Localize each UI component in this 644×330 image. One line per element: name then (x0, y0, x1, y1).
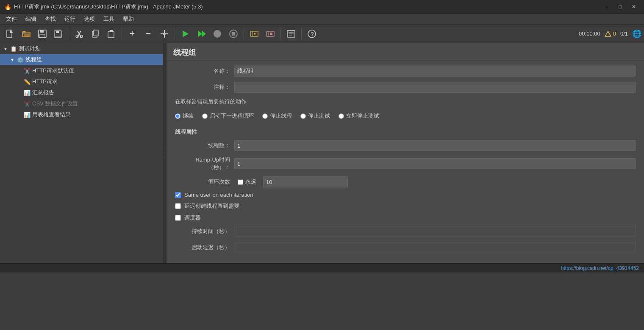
thread-group-icon: ⚙️ (17, 57, 24, 63)
save-button[interactable] (35, 26, 50, 41)
save-all-button[interactable] (51, 26, 66, 41)
startup-delay-label: 启动延迟（秒） (175, 244, 234, 251)
new-button[interactable] (3, 26, 18, 41)
status-bar: https://blog.csdn.net/qq_43914452 (0, 263, 644, 272)
add-button[interactable]: + (125, 26, 140, 41)
comment-input[interactable] (234, 82, 636, 93)
sidebar-item-http-request[interactable]: ✏️ HTTP请求 (0, 76, 163, 87)
sidebar-item-table-results[interactable]: 📊 用表格查看结果 (0, 109, 163, 120)
menu-help[interactable]: 帮助 (119, 14, 138, 24)
toolbar-sep-3 (175, 28, 175, 40)
start-no-pause-button[interactable] (194, 26, 209, 41)
svg-marker-29 (254, 33, 256, 35)
remote-start-button[interactable] (247, 26, 262, 41)
menu-tools[interactable]: 工具 (99, 14, 119, 24)
scheduler-checkbox[interactable] (175, 215, 181, 221)
name-label: 名称： (175, 67, 234, 75)
loop-forever-checkbox[interactable] (238, 179, 243, 185)
title-bar-left: 🔥 HTTP请求.jmx (C:\Users\anus\Desktop\HTTP… (4, 3, 203, 11)
sidebar-item-http-defaults[interactable]: ✂️ HTTP请求默认值 (0, 65, 163, 76)
svg-rect-5 (40, 30, 44, 33)
menu-edit[interactable]: 编辑 (21, 14, 41, 24)
remove-button[interactable]: − (141, 26, 156, 41)
name-input[interactable] (234, 66, 636, 77)
toolbar-right: 00:00:00 ! 0 0/1 🌐 (579, 29, 641, 38)
duration-input[interactable] (234, 226, 636, 237)
comment-label: 注释： (175, 83, 234, 91)
shutdown-button[interactable] (226, 26, 241, 41)
loop-forever-label[interactable]: 永远 (238, 178, 256, 186)
sidebar-item-summary-report[interactable]: 📊 汇总报告 (0, 87, 163, 98)
svg-marker-1 (10, 30, 13, 33)
svg-rect-6 (40, 34, 45, 38)
menu-options[interactable]: 选项 (80, 14, 99, 24)
radio-stop-thread[interactable]: 停止线程 (262, 112, 292, 120)
stop-button[interactable] (210, 26, 225, 41)
svg-text:!: ! (608, 33, 609, 37)
run-fraction: 0/1 (620, 30, 628, 37)
rampup-row: Ramp-Up时间（秒）： (175, 156, 636, 171)
startup-delay-row: 启动延迟（秒） (175, 242, 636, 253)
warning-badge: ! 0 (605, 30, 616, 37)
start-button[interactable] (178, 26, 193, 41)
same-user-checkbox[interactable] (175, 192, 181, 198)
sidebar-item-csv-config[interactable]: ✂️ CSV 数据文件设置 (0, 98, 163, 109)
cut-button[interactable] (72, 26, 87, 41)
svg-rect-26 (232, 32, 235, 36)
content-area: 线程组 名称： 注释： 在取样器错误后要执行的动作 继续 (167, 43, 644, 263)
sidebar-label-thread-group: 线程组 (25, 56, 42, 63)
globe-icon: 🌐 (632, 29, 641, 38)
name-row: 名称： (175, 66, 636, 77)
menu-search[interactable]: 查找 (41, 14, 60, 24)
loop-count-input[interactable] (263, 176, 348, 187)
sidebar-label-table-results: 用表格查看结果 (32, 111, 71, 118)
menu-run[interactable]: 运行 (60, 14, 80, 24)
startup-delay-input[interactable] (234, 242, 636, 253)
copy-button[interactable] (88, 26, 103, 41)
duration-row: 持续时间（秒） (175, 226, 636, 237)
csv-config-icon: ✂️ (24, 101, 31, 107)
menu-file[interactable]: 文件 (2, 14, 21, 24)
delay-create-row: 延迟创建线程直到需要 (175, 202, 636, 210)
thread-count-row: 线程数： (175, 140, 636, 151)
comment-row: 注释： (175, 82, 636, 93)
sidebar-item-thread-group[interactable]: ▼ ⚙️ 线程组 (0, 54, 163, 65)
radio-start-next[interactable]: 启动下一进程循环 (202, 112, 254, 120)
loop-row: 循环次数 永远 (175, 176, 636, 187)
sidebar-item-test-plan[interactable]: ▼ 📋 测试计划 (0, 43, 163, 54)
window-title: HTTP请求.jmx (C:\Users\anus\Desktop\HTTP请求… (14, 3, 203, 11)
table-results-icon: 📊 (24, 112, 31, 118)
paste-button[interactable] (104, 26, 119, 41)
sidebar-label-test-plan: 测试计划 (19, 45, 41, 52)
loop-forever-text: 永远 (245, 178, 256, 186)
maximize-button[interactable]: □ (614, 3, 626, 11)
scheduler-row: 调度器 (175, 214, 636, 222)
log-viewer-button[interactable] (283, 26, 299, 41)
radio-stop-test-now[interactable]: 立即停止测试 (339, 112, 379, 120)
menu-bar: 文件 编辑 查找 运行 选项 工具 帮助 (0, 14, 644, 25)
open-button[interactable] (19, 26, 34, 41)
svg-rect-16 (108, 31, 114, 38)
radio-continue[interactable]: 继续 (175, 112, 194, 120)
rampup-input[interactable] (234, 158, 636, 169)
content-panel-title: 线程组 (167, 43, 644, 60)
help-button[interactable]: ? (304, 26, 319, 41)
radio-stop-test[interactable]: 停止测试 (300, 112, 330, 120)
remote-stop-button[interactable] (263, 26, 278, 41)
sidebar-resize-handle[interactable]: · · · (163, 43, 167, 263)
sidebar-label-http-request: HTTP请求 (32, 78, 58, 85)
thread-count-input[interactable] (234, 140, 636, 151)
timer-display: 00:00:00 (579, 30, 600, 37)
thread-count-label: 线程数： (175, 142, 234, 149)
svg-marker-21 (183, 30, 189, 37)
test-plan-icon: 📋 (10, 46, 17, 52)
browse-button[interactable] (157, 26, 172, 41)
minimize-button[interactable]: ─ (601, 3, 613, 11)
same-user-row: Same user on each iteration (175, 192, 636, 198)
close-button[interactable]: ✕ (628, 3, 640, 11)
delay-create-checkbox[interactable] (175, 203, 181, 209)
content-body: 名称： 注释： 在取样器错误后要执行的动作 继续 启动下一进 (167, 60, 644, 263)
sidebar-label-http-defaults: HTTP请求默认值 (32, 67, 74, 74)
svg-marker-22 (198, 30, 202, 37)
rampup-label: Ramp-Up时间（秒）： (175, 156, 234, 171)
